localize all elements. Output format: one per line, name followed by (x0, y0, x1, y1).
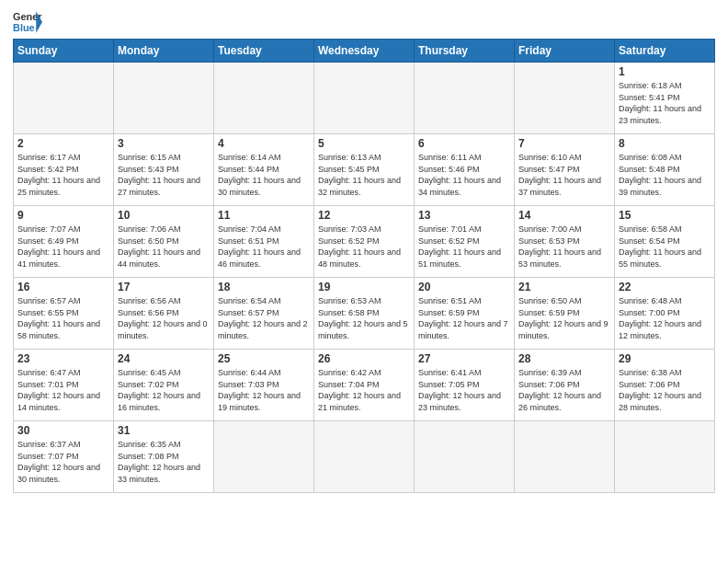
calendar-day-cell: 18Sunrise: 6:54 AMSunset: 6:57 PMDayligh… (214, 278, 314, 350)
day-info: Sunrise: 6:10 AMSunset: 5:47 PMDaylight:… (518, 152, 610, 198)
day-number: 13 (418, 209, 510, 222)
page: General Blue SundayMondayTuesdayWednesda… (0, 0, 728, 563)
day-number: 14 (518, 209, 610, 222)
calendar-day-cell: 3Sunrise: 6:15 AMSunset: 5:43 PMDaylight… (114, 134, 214, 206)
day-number: 12 (318, 209, 410, 222)
calendar-weekday-header: Friday (515, 40, 615, 63)
day-number: 17 (118, 281, 210, 293)
day-info: Sunrise: 6:58 AMSunset: 6:54 PMDaylight:… (619, 224, 711, 270)
calendar-weekday-header: Tuesday (214, 40, 314, 63)
calendar-header-row: SundayMondayTuesdayWednesdayThursdayFrid… (14, 40, 715, 63)
calendar-day-cell: 19Sunrise: 6:53 AMSunset: 6:58 PMDayligh… (314, 278, 415, 350)
calendar-day-cell (515, 63, 615, 134)
day-info: Sunrise: 6:47 AMSunset: 7:01 PMDaylight:… (17, 367, 109, 413)
calendar-day-cell: 21Sunrise: 6:50 AMSunset: 6:59 PMDayligh… (515, 278, 615, 350)
calendar-week-row: 23Sunrise: 6:47 AMSunset: 7:01 PMDayligh… (14, 350, 715, 421)
day-info: Sunrise: 6:57 AMSunset: 6:55 PMDaylight:… (17, 295, 109, 341)
calendar-day-cell (415, 63, 515, 134)
calendar-day-cell: 10Sunrise: 7:06 AMSunset: 6:50 PMDayligh… (114, 206, 214, 278)
logo: General Blue (13, 9, 42, 35)
day-number: 9 (17, 209, 109, 222)
calendar-day-cell: 23Sunrise: 6:47 AMSunset: 7:01 PMDayligh… (14, 350, 114, 421)
day-number: 30 (17, 424, 109, 437)
calendar-weekday-header: Thursday (415, 40, 515, 63)
calendar-day-cell: 25Sunrise: 6:44 AMSunset: 7:03 PMDayligh… (214, 350, 314, 421)
day-number: 4 (218, 137, 310, 150)
day-info: Sunrise: 6:48 AMSunset: 7:00 PMDaylight:… (619, 295, 711, 341)
day-info: Sunrise: 6:18 AMSunset: 5:41 PMDaylight:… (619, 80, 711, 126)
day-info: Sunrise: 6:42 AMSunset: 7:04 PMDaylight:… (318, 367, 410, 413)
day-number: 2 (17, 137, 109, 150)
day-info: Sunrise: 6:35 AMSunset: 7:08 PMDaylight:… (118, 439, 210, 485)
calendar-day-cell: 13Sunrise: 7:01 AMSunset: 6:52 PMDayligh… (415, 206, 515, 278)
calendar-day-cell: 17Sunrise: 6:56 AMSunset: 6:56 PMDayligh… (114, 278, 214, 350)
day-info: Sunrise: 6:51 AMSunset: 6:59 PMDaylight:… (418, 295, 510, 341)
calendar-day-cell: 30Sunrise: 6:37 AMSunset: 7:07 PMDayligh… (14, 421, 114, 493)
calendar-day-cell: 4Sunrise: 6:14 AMSunset: 5:44 PMDaylight… (214, 134, 314, 206)
day-info: Sunrise: 6:37 AMSunset: 7:07 PMDaylight:… (17, 439, 109, 485)
calendar-day-cell: 7Sunrise: 6:10 AMSunset: 5:47 PMDaylight… (515, 134, 615, 206)
day-number: 3 (118, 137, 210, 150)
calendar-day-cell (214, 63, 314, 134)
calendar-day-cell: 1Sunrise: 6:18 AMSunset: 5:41 PMDaylight… (615, 63, 715, 134)
day-number: 6 (418, 137, 510, 150)
day-number: 31 (118, 424, 210, 437)
day-number: 7 (518, 137, 610, 150)
day-number: 26 (318, 352, 410, 365)
calendar-day-cell: 14Sunrise: 7:00 AMSunset: 6:53 PMDayligh… (515, 206, 615, 278)
day-info: Sunrise: 6:56 AMSunset: 6:56 PMDaylight:… (118, 295, 210, 341)
day-number: 22 (619, 281, 711, 293)
day-info: Sunrise: 7:04 AMSunset: 6:51 PMDaylight:… (218, 224, 310, 270)
day-number: 23 (17, 352, 109, 365)
calendar-day-cell (615, 421, 715, 493)
svg-text:Blue: Blue (13, 22, 35, 33)
day-info: Sunrise: 6:38 AMSunset: 7:06 PMDaylight:… (619, 367, 711, 413)
day-number: 21 (518, 281, 610, 293)
calendar-table: SundayMondayTuesdayWednesdayThursdayFrid… (13, 39, 715, 493)
calendar-day-cell: 2Sunrise: 6:17 AMSunset: 5:42 PMDaylight… (14, 134, 114, 206)
day-number: 18 (218, 281, 310, 293)
day-info: Sunrise: 6:54 AMSunset: 6:57 PMDaylight:… (218, 295, 310, 341)
day-info: Sunrise: 6:08 AMSunset: 5:48 PMDaylight:… (619, 152, 711, 198)
day-number: 19 (318, 281, 410, 293)
calendar-day-cell: 20Sunrise: 6:51 AMSunset: 6:59 PMDayligh… (415, 278, 515, 350)
day-number: 29 (619, 352, 711, 365)
day-number: 1 (619, 65, 711, 78)
day-info: Sunrise: 6:15 AMSunset: 5:43 PMDaylight:… (118, 152, 210, 198)
calendar-day-cell: 6Sunrise: 6:11 AMSunset: 5:46 PMDaylight… (415, 134, 515, 206)
calendar-weekday-header: Wednesday (314, 40, 415, 63)
day-number: 15 (619, 209, 711, 222)
calendar-day-cell: 24Sunrise: 6:45 AMSunset: 7:02 PMDayligh… (114, 350, 214, 421)
day-info: Sunrise: 7:07 AMSunset: 6:49 PMDaylight:… (17, 224, 109, 270)
day-number: 25 (218, 352, 310, 365)
calendar-day-cell (314, 421, 415, 493)
calendar-day-cell: 27Sunrise: 6:41 AMSunset: 7:05 PMDayligh… (415, 350, 515, 421)
calendar-day-cell: 12Sunrise: 7:03 AMSunset: 6:52 PMDayligh… (314, 206, 415, 278)
generalblue-logo-icon: General Blue (13, 9, 42, 35)
calendar-day-cell: 28Sunrise: 6:39 AMSunset: 7:06 PMDayligh… (515, 350, 615, 421)
day-info: Sunrise: 6:14 AMSunset: 5:44 PMDaylight:… (218, 152, 310, 198)
day-info: Sunrise: 6:53 AMSunset: 6:58 PMDaylight:… (318, 295, 410, 341)
day-number: 20 (418, 281, 510, 293)
day-info: Sunrise: 6:44 AMSunset: 7:03 PMDaylight:… (218, 367, 310, 413)
day-number: 5 (318, 137, 410, 150)
calendar-day-cell (314, 63, 415, 134)
calendar-week-row: 1Sunrise: 6:18 AMSunset: 5:41 PMDaylight… (14, 63, 715, 134)
day-info: Sunrise: 7:03 AMSunset: 6:52 PMDaylight:… (318, 224, 410, 270)
day-info: Sunrise: 7:06 AMSunset: 6:50 PMDaylight:… (118, 224, 210, 270)
calendar-day-cell (415, 421, 515, 493)
day-info: Sunrise: 6:13 AMSunset: 5:45 PMDaylight:… (318, 152, 410, 198)
calendar-week-row: 16Sunrise: 6:57 AMSunset: 6:55 PMDayligh… (14, 278, 715, 350)
day-number: 24 (118, 352, 210, 365)
calendar-day-cell: 16Sunrise: 6:57 AMSunset: 6:55 PMDayligh… (14, 278, 114, 350)
day-info: Sunrise: 7:01 AMSunset: 6:52 PMDaylight:… (418, 224, 510, 270)
calendar-week-row: 30Sunrise: 6:37 AMSunset: 7:07 PMDayligh… (14, 421, 715, 493)
day-info: Sunrise: 6:50 AMSunset: 6:59 PMDaylight:… (518, 295, 610, 341)
day-number: 28 (518, 352, 610, 365)
calendar-day-cell: 26Sunrise: 6:42 AMSunset: 7:04 PMDayligh… (314, 350, 415, 421)
calendar-week-row: 2Sunrise: 6:17 AMSunset: 5:42 PMDaylight… (14, 134, 715, 206)
calendar-day-cell (515, 421, 615, 493)
calendar-day-cell: 11Sunrise: 7:04 AMSunset: 6:51 PMDayligh… (214, 206, 314, 278)
calendar-day-cell: 8Sunrise: 6:08 AMSunset: 5:48 PMDaylight… (615, 134, 715, 206)
calendar-day-cell (14, 63, 114, 134)
